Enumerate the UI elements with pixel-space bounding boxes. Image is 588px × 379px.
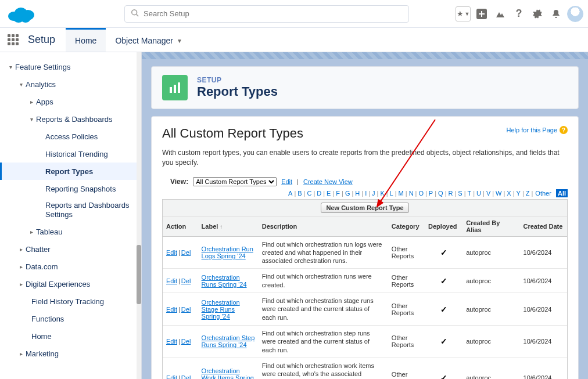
tree-reporting-snapshots[interactable]: Reporting Snapshots — [0, 180, 141, 197]
row-category: Other Reports — [388, 325, 425, 358]
alpha-L[interactable]: L — [389, 190, 395, 197]
tree-analytics[interactable]: ▾Analytics — [0, 75, 141, 93]
alpha-U[interactable]: U — [475, 190, 482, 197]
row-description: Find out which orchestration runs were c… — [259, 269, 388, 293]
edit-link[interactable]: Edit — [166, 306, 177, 313]
tree-functions[interactable]: Functions — [0, 311, 141, 328]
tree-report-types[interactable]: Report Types — [0, 163, 141, 180]
alpha-X[interactable]: X — [505, 190, 512, 197]
alpha-T[interactable]: T — [467, 190, 473, 197]
alpha-W[interactable]: W — [494, 190, 503, 197]
tree-field-history[interactable]: Field History Tracking — [0, 293, 141, 311]
tree-reports-dashboards[interactable]: ▾Reports & Dashboards — [0, 110, 141, 128]
edit-link[interactable]: Edit — [166, 277, 177, 284]
alpha-J[interactable]: J — [371, 190, 377, 197]
alpha-Z[interactable]: Z — [525, 190, 531, 197]
col-created-by: Created By Alias — [462, 216, 519, 237]
tree-feature-settings[interactable]: ▾Feature Settings — [0, 58, 141, 75]
tree-digital-experiences[interactable]: ▸Digital Experiences — [0, 276, 141, 293]
col-deployed: Deployed — [425, 216, 462, 237]
alpha-V[interactable]: V — [485, 190, 492, 197]
alpha-N[interactable]: N — [408, 190, 415, 197]
create-new-view-link[interactable]: Create New View — [303, 178, 353, 185]
row-description: Find out which orchestration work items … — [259, 358, 388, 379]
label-link[interactable]: Orchestration Run Logs Spring '24 — [202, 246, 253, 259]
del-link[interactable]: Del — [181, 277, 191, 284]
row-category: Other Reports — [388, 358, 425, 379]
col-label[interactable]: Label — [198, 216, 259, 237]
row-category: Other Reports — [388, 293, 425, 326]
row-created-by: autoproc — [462, 236, 519, 269]
edit-link[interactable]: Edit — [166, 249, 177, 256]
tree-marketing[interactable]: ▸Marketing — [0, 345, 141, 363]
del-link[interactable]: Del — [181, 374, 191, 379]
tree-tableau[interactable]: ▸Tableau — [0, 223, 141, 241]
alpha-G[interactable]: G — [344, 190, 352, 197]
setup-gear-icon[interactable] — [530, 6, 545, 21]
label-link[interactable]: Orchestration Step Runs Spring '24 — [202, 334, 255, 348]
plus-icon[interactable] — [474, 6, 489, 21]
alpha-S[interactable]: S — [457, 190, 463, 197]
alpha-D[interactable]: D — [315, 190, 322, 197]
tab-object-manager[interactable]: Object Manager▼ — [106, 28, 192, 52]
favorites-button[interactable]: ★▼ — [456, 6, 471, 21]
alpha-Q[interactable]: Q — [437, 190, 444, 197]
trailhead-icon[interactable] — [493, 6, 508, 21]
alpha-R[interactable]: R — [447, 190, 454, 197]
alpha-B[interactable]: B — [296, 190, 303, 197]
alpha-P[interactable]: P — [428, 190, 434, 197]
alpha-A[interactable]: A — [287, 190, 293, 197]
label-link[interactable]: Orchestration Runs Spring '24 — [202, 274, 247, 288]
alpha-Y[interactable]: Y — [515, 190, 522, 197]
tree-access-policies[interactable]: Access Policies — [0, 128, 141, 145]
alpha-O[interactable]: O — [417, 190, 425, 197]
row-deployed: ✓ — [425, 236, 462, 269]
user-avatar[interactable] — [567, 6, 583, 22]
alpha-C[interactable]: C — [306, 190, 313, 197]
del-link[interactable]: Del — [181, 306, 191, 313]
svg-rect-9 — [174, 85, 176, 93]
col-created-date: Created Date — [520, 216, 567, 237]
row-deployed: ✓ — [425, 325, 462, 358]
row-created-by: autoproc — [462, 358, 519, 379]
help-icon[interactable]: ? — [511, 6, 526, 21]
tree-datacom[interactable]: ▸Data.com — [0, 258, 141, 276]
tree-chatter[interactable]: ▸Chatter — [0, 241, 141, 258]
edit-link[interactable]: Edit — [166, 374, 177, 379]
help-link[interactable]: Help for this Page? — [507, 126, 568, 134]
row-created-by: autoproc — [462, 325, 519, 358]
svg-line-6 — [137, 15, 139, 17]
tree-reports-dashboards-settings[interactable]: Reports and Dashboards Settings — [0, 197, 141, 223]
label-link[interactable]: Orchestration Work Items Spring '24 — [202, 367, 254, 379]
tree-home[interactable]: Home — [0, 328, 141, 345]
del-link[interactable]: Del — [181, 249, 191, 256]
help-icon: ? — [560, 126, 568, 134]
sidebar-scrollbar[interactable] — [137, 52, 141, 379]
alpha-all[interactable]: All — [556, 189, 568, 197]
chevron-down-icon: ▼ — [177, 38, 182, 44]
global-search[interactable] — [124, 5, 409, 23]
edit-link[interactable]: Edit — [166, 338, 177, 345]
alpha-F[interactable]: F — [335, 190, 341, 197]
new-custom-report-type-button[interactable]: New Custom Report Type — [321, 203, 408, 213]
alpha-other[interactable]: Other — [533, 190, 553, 197]
section-heading: All Custom Report Types — [162, 126, 303, 141]
alpha-filter-top: A|B|C|D|E|F|G|H|I|J|K|L|M|N|O|P|Q|R|S|T|… — [162, 190, 568, 197]
row-category: Other Reports — [388, 269, 425, 293]
edit-view-link[interactable]: Edit — [281, 178, 292, 185]
view-select[interactable]: All Custom Report Types — [193, 177, 277, 186]
tab-home[interactable]: Home — [66, 28, 106, 52]
search-input[interactable] — [144, 9, 403, 18]
tree-apps[interactable]: ▸Apps — [0, 93, 141, 110]
alpha-M[interactable]: M — [397, 190, 405, 197]
alpha-K[interactable]: K — [379, 190, 385, 197]
alpha-E[interactable]: E — [325, 190, 332, 197]
tree-historical-trending[interactable]: Historical Trending — [0, 145, 141, 163]
label-link[interactable]: Orchestration Stage Runs Spring '24 — [202, 299, 240, 320]
notifications-bell-icon[interactable] — [548, 6, 564, 21]
del-link[interactable]: Del — [181, 338, 191, 345]
alpha-H[interactable]: H — [354, 190, 361, 197]
salesforce-logo[interactable] — [5, 2, 37, 26]
app-launcher-icon[interactable] — [0, 28, 26, 52]
svg-point-4 — [21, 16, 30, 23]
